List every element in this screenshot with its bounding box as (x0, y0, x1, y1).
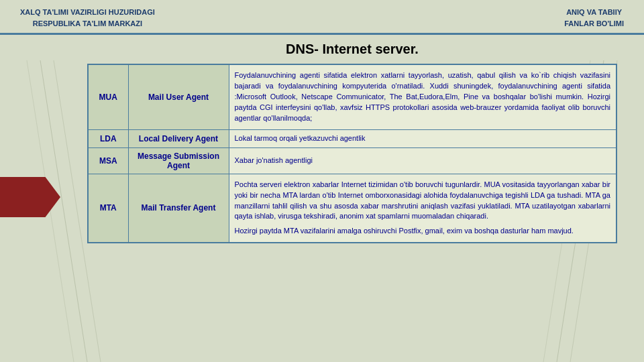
header-right-line1: ANIQ VA TABIIY (564, 7, 624, 18)
header: XALQ TA'LIMI VAZIRLIGI HUZURIDAGI RESPUB… (0, 0, 644, 35)
table-row-msa: MSA Message Submission Agent Xabar jo'na… (88, 147, 616, 174)
mta-desc-p1: Pochta serveri elektron xabarlar Interne… (235, 180, 611, 223)
header-left-line2: RESPUBLIKA TA'LIM MARKAZI (20, 18, 155, 29)
msa-name: Message Submission Agent (128, 147, 229, 174)
header-left-line1: XALQ TA'LIMI VAZIRLIGI HUZURIDAGI (20, 7, 155, 18)
mua-name: Mail User Agent (128, 64, 229, 129)
mta-code: MTA (88, 174, 128, 243)
lda-code: LDA (88, 129, 128, 147)
mta-description: Pochta serveri elektron xabarlar Interne… (229, 174, 616, 243)
page-title: DNS- Internet server. (87, 42, 617, 57)
header-right: ANIQ VA TABIIY FANLAR BO'LIMI (564, 7, 624, 29)
table-row-lda: LDA Local Delivery Agent Lokal tarmoq or… (88, 129, 616, 147)
mta-name: Mail Transfer Agent (128, 174, 229, 243)
table-row-mua: MUA Mail User Agent Foydalanuvchining ag… (88, 64, 616, 129)
header-left: XALQ TA'LIMI VAZIRLIGI HUZURIDAGI RESPUB… (20, 7, 155, 29)
table-row-mta: MTA Mail Transfer Agent Pochta serveri e… (88, 174, 616, 243)
msa-description: Xabar jo'natish agentligi (229, 147, 616, 174)
dns-table: MUA Mail User Agent Foydalanuvchining ag… (87, 64, 617, 243)
header-right-line2: FANLAR BO'LIMI (564, 18, 624, 29)
lda-name: Local Delivery Agent (128, 129, 229, 147)
msa-code: MSA (88, 147, 128, 174)
lda-description: Lokal tarmoq orqali yetkazuvchi agentlik (229, 129, 616, 147)
mua-description: Foydalanuvchining agenti sifatida elektr… (229, 64, 616, 129)
mua-code: MUA (88, 64, 128, 129)
mta-desc-p2: Hozirgi paytda MTA vazifalarini amalga o… (235, 226, 611, 237)
main-content: DNS- Internet server. MUA Mail User Agen… (0, 35, 644, 250)
